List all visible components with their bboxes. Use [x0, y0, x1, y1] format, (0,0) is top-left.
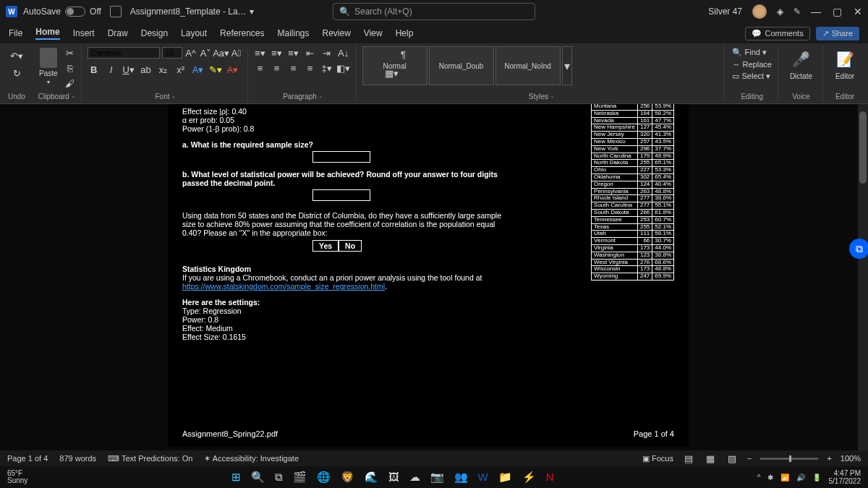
shading-icon[interactable]: ◧▾	[337, 61, 350, 74]
pen-icon[interactable]: ✎	[793, 7, 801, 17]
app-icon[interactable]: 🎬	[293, 471, 307, 484]
autosave-toggle[interactable]: AutoSave Off	[23, 7, 101, 17]
text-effects-icon[interactable]: A▾	[192, 63, 205, 76]
edge-icon[interactable]: 🌊	[365, 471, 378, 484]
search-input[interactable]: 🔍 Search (Alt+Q)	[333, 3, 535, 20]
copy-icon[interactable]: ⎘	[64, 61, 77, 74]
task-search-icon[interactable]: 🔍	[251, 471, 265, 484]
brave-icon[interactable]: 🦁	[341, 471, 354, 484]
chevron-down-icon[interactable]: ▾	[250, 7, 254, 17]
zoom-out-icon[interactable]: −	[747, 454, 752, 463]
highlight-icon[interactable]: ✎▾	[209, 63, 222, 76]
explorer-icon[interactable]: 📁	[498, 471, 512, 484]
align-left-icon[interactable]: ≡	[254, 61, 267, 74]
dialog-launcher-icon[interactable]: ▫	[551, 93, 553, 100]
decrease-indent-icon[interactable]: ⇤	[304, 46, 317, 59]
align-right-icon[interactable]: ≡	[287, 61, 300, 74]
select-button[interactable]: ▭ Select ▾	[732, 72, 771, 81]
battery-icon[interactable]: 🔋	[812, 474, 821, 481]
sort-icon[interactable]: A↓	[337, 46, 350, 59]
taskview-icon[interactable]: ⧉	[275, 471, 283, 484]
netflix-icon[interactable]: N	[546, 471, 554, 484]
tab-file[interactable]: File	[9, 28, 22, 38]
zoom-slider[interactable]	[760, 458, 818, 460]
tab-help[interactable]: Help	[396, 28, 414, 38]
stats-link[interactable]: https://www.statskingdom.com/sample_size…	[182, 282, 385, 291]
grow-font-icon[interactable]: A^	[184, 46, 197, 59]
teams-icon[interactable]: 👥	[454, 471, 468, 484]
tab-layout[interactable]: Layout	[181, 28, 207, 38]
strike-icon[interactable]: ab	[140, 63, 153, 76]
find-button[interactable]: 🔍 Find ▾	[732, 48, 771, 57]
print-layout-icon[interactable]: ▦	[704, 452, 717, 465]
comments-button[interactable]: 💬 Comments	[745, 27, 809, 40]
steam-icon[interactable]: ☁	[409, 471, 420, 484]
document-canvas[interactable]: Effect size |ρ|: 0.40 α err prob: 0.05 P…	[0, 104, 858, 450]
line-spacing-icon[interactable]: ‡▾	[320, 61, 333, 74]
zoom-level[interactable]: 100%	[841, 454, 861, 463]
bullets-icon[interactable]: ≡▾	[254, 46, 267, 59]
paste-button[interactable]: Paste ▾	[36, 46, 61, 87]
user-name[interactable]: Silver 47	[708, 7, 742, 17]
dictate-button[interactable]: 🎤 Dictate	[784, 46, 818, 83]
no-cell[interactable]: No	[339, 240, 362, 252]
accessibility-status[interactable]: ✶ Accessibility: Investigate	[204, 454, 299, 463]
weather-widget[interactable]: 65°F Sunny	[7, 470, 27, 484]
styles-more-icon[interactable]: ▾	[562, 46, 572, 85]
tab-references[interactable]: References	[220, 28, 264, 38]
tab-review[interactable]: Review	[323, 28, 351, 38]
close-button[interactable]: ✕	[854, 6, 862, 17]
format-painter-icon[interactable]: 🖌	[64, 77, 77, 90]
shrink-font-icon[interactable]: A˅	[200, 46, 213, 59]
tab-draw[interactable]: Draw	[108, 28, 128, 38]
web-layout-icon[interactable]: ▨	[726, 452, 739, 465]
replace-button[interactable]: ↔ Replace	[732, 60, 771, 69]
underline-icon[interactable]: U▾	[122, 63, 135, 76]
borders-icon[interactable]: ▦▾	[386, 67, 399, 80]
dialog-launcher-icon[interactable]: ▫	[72, 93, 75, 100]
tab-mailings[interactable]: Mailings	[277, 28, 309, 38]
zoom-icon[interactable]: 📷	[430, 471, 444, 484]
tab-view[interactable]: View	[364, 28, 383, 38]
undo-icon[interactable]: ↶▾	[10, 49, 23, 62]
show-marks-icon[interactable]: ¶	[397, 48, 410, 61]
editor-button[interactable]: 📝 Editor	[829, 46, 861, 83]
justify-icon[interactable]: ≡	[304, 61, 317, 74]
answer-box-a[interactable]	[312, 151, 370, 163]
multilevel-icon[interactable]: ≡▾	[287, 46, 300, 59]
increase-indent-icon[interactable]: ⇥	[320, 46, 333, 59]
italic-icon[interactable]: I	[105, 63, 118, 76]
tab-design[interactable]: Design	[141, 28, 168, 38]
focus-button[interactable]: ▣ Focus	[642, 454, 673, 463]
zoom-in-icon[interactable]: +	[827, 454, 831, 463]
word-taskbar-icon[interactable]: W	[478, 471, 488, 484]
font-size-input[interactable]	[162, 47, 182, 59]
text-predictions-status[interactable]: ⌨ Text Predictions: On	[108, 454, 192, 463]
tab-home[interactable]: Home	[35, 27, 59, 40]
diamond-icon[interactable]: ◈	[777, 7, 783, 17]
read-mode-icon[interactable]: ▤	[682, 452, 695, 465]
app-icon[interactable]: 🖼	[388, 471, 399, 484]
font-name-input[interactable]	[88, 47, 160, 59]
answer-box-b[interactable]	[312, 189, 370, 201]
clock[interactable]: 4:47 PM 5/17/2022	[828, 469, 861, 485]
chrome-icon[interactable]: 🌐	[317, 471, 331, 484]
redo-icon[interactable]: ↻	[10, 67, 23, 80]
align-center-icon[interactable]: ≡	[271, 61, 284, 74]
page-status[interactable]: Page 1 of 4	[7, 454, 48, 463]
tray-icon[interactable]: ✱	[767, 474, 773, 481]
bold-icon[interactable]: B	[88, 63, 101, 76]
tab-insert[interactable]: Insert	[73, 28, 95, 38]
yes-no-boxes[interactable]: Yes No	[312, 240, 515, 252]
share-button[interactable]: ↗ Share	[816, 27, 859, 40]
superscript-icon[interactable]: x²	[174, 63, 187, 76]
numbering-icon[interactable]: ≡▾	[271, 46, 284, 59]
change-case-icon[interactable]: Aa▾	[215, 46, 228, 59]
font-color-icon[interactable]: A▾	[226, 63, 239, 76]
clear-format-icon[interactable]: A⃠	[230, 46, 243, 59]
tray-chevron-icon[interactable]: ^	[757, 474, 761, 481]
winamp-icon[interactable]: ⚡	[522, 471, 536, 484]
subscript-icon[interactable]: x₂	[157, 63, 170, 76]
save-icon[interactable]	[110, 6, 122, 17]
cut-icon[interactable]: ✂	[64, 46, 77, 59]
